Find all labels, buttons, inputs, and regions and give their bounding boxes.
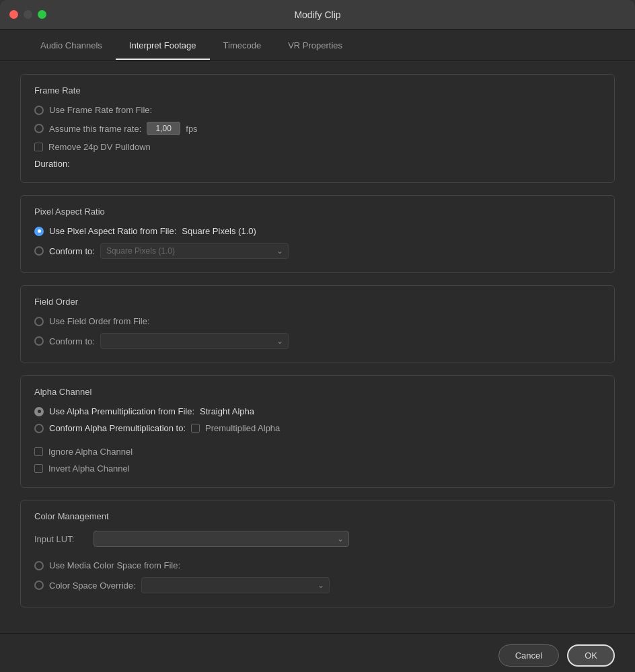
use-frame-rate-row: Use Frame Rate from File: (34, 105, 601, 115)
frame-rate-section: Frame Rate Use Frame Rate from File: Ass… (20, 74, 615, 183)
maximize-button[interactable] (38, 10, 46, 19)
main-content: Frame Rate Use Frame Rate from File: Ass… (0, 61, 635, 633)
premult-alpha-checkbox[interactable] (191, 424, 200, 433)
footer: Cancel OK (0, 633, 635, 672)
invert-alpha-checkbox[interactable] (34, 464, 43, 473)
duration-label: Duration: (34, 159, 70, 169)
tab-timecode[interactable]: Timecode (210, 30, 275, 60)
use-field-order-radio[interactable] (34, 317, 44, 326)
conform-field-order-row: Conform to: (34, 333, 601, 349)
ignore-alpha-checkbox[interactable] (34, 447, 43, 456)
invert-alpha-label: Invert Alpha Channel (48, 463, 130, 474)
use-frame-rate-radio[interactable] (34, 106, 44, 115)
field-conform-dropdown-wrapper (100, 333, 289, 349)
use-media-color-space-row: Use Media Color Space from File: (34, 560, 601, 570)
color-space-override-radio[interactable] (34, 581, 44, 590)
color-management-title: Color Management (34, 511, 601, 521)
conform-par-dropdown[interactable]: Square Pixels (1.0) (100, 243, 289, 259)
input-lut-row: Input LUT: (34, 531, 601, 547)
alpha-premult-value: Straight Alpha (200, 406, 254, 416)
assume-frame-rate-label: Assume this frame rate: (49, 124, 141, 134)
use-alpha-premult-row: Use Alpha Premultiplication from File: S… (34, 406, 601, 416)
fps-input[interactable] (147, 122, 180, 135)
cancel-button[interactable]: Cancel (498, 644, 559, 667)
use-field-order-label: Use Field Order from File: (49, 316, 150, 326)
assume-frame-rate-radio[interactable] (34, 124, 44, 133)
traffic-lights (9, 10, 46, 19)
window-title: Modify Clip (294, 9, 340, 20)
remove-pulldown-row: Remove 24p DV Pulldown (34, 142, 601, 152)
ignore-alpha-row: Ignore Alpha Channel (34, 447, 601, 457)
pixel-aspect-ratio-title: Pixel Aspect Ratio (34, 207, 601, 217)
close-button[interactable] (9, 10, 18, 19)
par-value: Square Pixels (1.0) (182, 226, 256, 236)
alpha-channel-section: Alpha Channel Use Alpha Premultiplicatio… (20, 375, 615, 488)
conform-alpha-premult-row: Conform Alpha Premultiplication to: Prem… (34, 423, 601, 433)
color-management-section: Color Management Input LUT: Use Media Co… (20, 500, 615, 607)
conform-alpha-premult-label: Conform Alpha Premultiplication to: (49, 423, 186, 433)
use-par-label: Use Pixel Aspect Ratio from File: (49, 226, 176, 236)
conform-par-dropdown-wrapper: Square Pixels (1.0) (100, 243, 289, 259)
frame-rate-title: Frame Rate (34, 85, 601, 96)
duration-row: Duration: (34, 159, 601, 169)
field-order-section: Field Order Use Field Order from File: C… (20, 285, 615, 363)
input-lut-dropdown-wrapper (94, 531, 349, 547)
ignore-alpha-label: Ignore Alpha Channel (48, 447, 133, 457)
use-par-row: Use Pixel Aspect Ratio from File: Square… (34, 226, 601, 236)
invert-alpha-row: Invert Alpha Channel (34, 463, 601, 474)
conform-alpha-premult-radio[interactable] (34, 424, 44, 433)
assume-frame-rate-row: Assume this frame rate: fps (34, 122, 601, 135)
tabs-bar: Audio Channels Interpret Footage Timecod… (0, 30, 635, 61)
pixel-aspect-ratio-section: Pixel Aspect Ratio Use Pixel Aspect Rati… (20, 195, 615, 273)
conform-par-row: Conform to: Square Pixels (1.0) (34, 243, 601, 259)
premult-alpha-label: Premultiplied Alpha (205, 423, 280, 433)
use-frame-rate-label: Use Frame Rate from File: (49, 105, 152, 115)
input-lut-label: Input LUT: (34, 534, 88, 544)
conform-field-order-radio[interactable] (34, 336, 44, 346)
input-lut-dropdown[interactable] (94, 531, 349, 547)
tab-audio-channels[interactable]: Audio Channels (27, 30, 116, 60)
remove-pulldown-checkbox[interactable] (34, 143, 43, 151)
ok-button[interactable]: OK (567, 644, 615, 667)
use-par-radio[interactable] (34, 227, 44, 236)
fps-label: fps (186, 124, 197, 134)
field-order-title: Field Order (34, 297, 601, 307)
color-space-dropdown-wrapper (141, 577, 330, 593)
conform-par-radio[interactable] (34, 246, 44, 256)
use-media-color-space-radio[interactable] (34, 561, 44, 570)
use-media-color-space-label: Use Media Color Space from File: (49, 560, 180, 570)
modify-clip-window: Modify Clip Audio Channels Interpret Foo… (0, 0, 635, 672)
title-bar: Modify Clip (0, 0, 635, 30)
alpha-channel-title: Alpha Channel (34, 387, 601, 397)
use-alpha-premult-radio[interactable] (34, 407, 44, 416)
use-alpha-premult-label: Use Alpha Premultiplication from File: (49, 406, 194, 416)
field-conform-dropdown[interactable] (100, 333, 289, 349)
conform-field-order-label: Conform to: (49, 336, 95, 346)
color-space-override-row: Color Space Override: (34, 577, 601, 593)
color-space-dropdown[interactable] (141, 577, 330, 593)
conform-par-label: Conform to: (49, 246, 95, 256)
minimize-button[interactable] (24, 10, 32, 19)
tab-interpret-footage[interactable]: Interpret Footage (116, 30, 210, 60)
use-field-order-row: Use Field Order from File: (34, 316, 601, 326)
color-space-override-label: Color Space Override: (49, 581, 136, 591)
tab-vr-properties[interactable]: VR Properties (274, 30, 356, 60)
remove-pulldown-label: Remove 24p DV Pulldown (48, 142, 151, 152)
